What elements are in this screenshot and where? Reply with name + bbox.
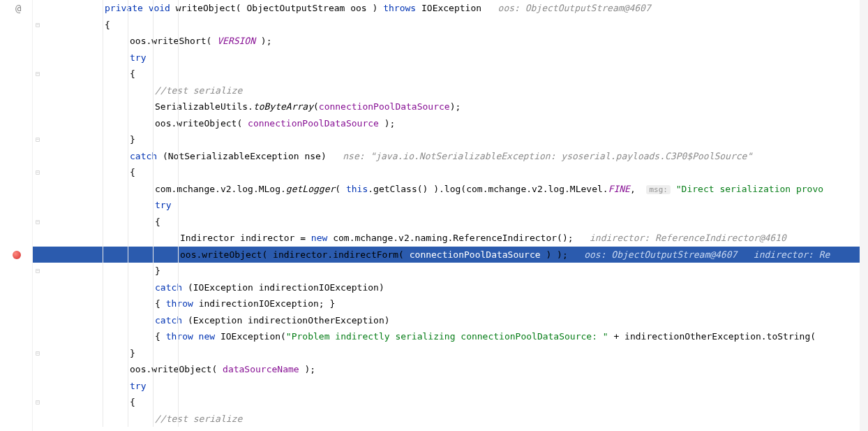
code-token: (IOException indirectionIOException) <box>188 282 384 293</box>
indent-guide <box>153 0 154 427</box>
code-token: "Problem indirectly serializing connecti… <box>286 331 608 342</box>
code-token: //test serialize <box>155 414 242 424</box>
code-line[interactable]: SerializableUtils.toByteArray(connection… <box>33 98 868 115</box>
gutter[interactable]: @ <box>0 0 33 431</box>
code-line[interactable]: oos.writeObject( dataSourceName ); <box>33 361 868 378</box>
code-line[interactable]: { throw new IOException("Problem indirec… <box>33 328 868 345</box>
code-token: indirector: ReferenceIndirector@4610 <box>590 233 786 243</box>
code-token: this <box>346 184 368 194</box>
code-token: Indirector indirector = <box>180 233 311 243</box>
code-line[interactable]: try <box>33 50 868 66</box>
code-token: oos: ObjectOutputStream@4607 indirector:… <box>584 249 830 260</box>
code-token: msg: <box>646 185 671 194</box>
indent-guide <box>178 0 179 427</box>
code-line[interactable]: } <box>33 131 868 148</box>
code-token: catch <box>130 151 163 161</box>
code-token: private <box>105 3 149 13</box>
code-line[interactable]: { <box>33 164 868 181</box>
vertical-scrollbar[interactable] <box>860 0 868 431</box>
code-token: ); <box>255 36 271 46</box>
code-token: IOException( <box>220 331 286 342</box>
fold-marker-icon[interactable]: ⊟ <box>34 398 41 406</box>
fold-marker-icon[interactable]: ⊟ <box>34 168 41 176</box>
code-line[interactable]: try <box>33 197 868 214</box>
code-token: getLogger <box>286 184 335 194</box>
code-token: try <box>130 52 146 63</box>
fold-marker-icon[interactable]: ⊟ <box>34 349 41 357</box>
code-token <box>671 184 676 194</box>
code-token: oos.writeObject( <box>155 118 248 129</box>
code-token: oos.writeShort( <box>130 36 217 46</box>
code-token: dataSourceName <box>223 364 299 374</box>
code-line[interactable]: try <box>33 378 868 395</box>
code-line[interactable]: { <box>33 394 868 411</box>
code-line[interactable]: { <box>33 66 868 82</box>
code-token: indirectionIOException; } <box>199 298 336 309</box>
code-token: nse: "java.io.NotSerializableException: … <box>343 151 752 161</box>
fold-marker-icon[interactable]: ⊟ <box>34 218 41 226</box>
code-line[interactable]: //test serialize <box>33 82 868 99</box>
code-token: com.mchange.v2.log.MLog. <box>155 184 286 194</box>
code-area[interactable]: private void writeObject( ObjectOutputSt… <box>33 0 868 431</box>
fold-marker-icon[interactable]: ⊟ <box>34 70 41 78</box>
code-token: { <box>155 217 160 227</box>
code-token: connectionPoolDataSource <box>319 101 450 112</box>
code-token: ); <box>299 364 315 374</box>
fold-marker-icon[interactable]: ⊟ <box>34 136 41 143</box>
code-token: IOException <box>421 3 498 13</box>
code-line[interactable]: { <box>33 214 868 231</box>
code-token: (NotSerializableException nse) <box>163 151 343 161</box>
code-token: , <box>630 184 646 194</box>
override-icon[interactable]: @ <box>15 3 25 13</box>
code-token: throw new <box>166 331 220 342</box>
code-token: throws <box>383 3 421 13</box>
code-line[interactable]: } <box>33 345 868 362</box>
code-token: VERSION <box>217 36 255 46</box>
code-token: new <box>311 233 333 243</box>
code-line[interactable]: { throw indirectionIOException; } <box>33 295 868 312</box>
code-line[interactable]: catch (NotSerializableException nse) nse… <box>33 148 868 165</box>
code-token: catch <box>155 315 188 326</box>
code-token: oos.writeObject( indirector.indirectForm… <box>180 249 410 260</box>
code-line[interactable]: oos.writeObject( connectionPoolDataSourc… <box>33 115 868 132</box>
code-token: toByteArray <box>253 101 313 112</box>
code-line[interactable]: oos.writeObject( indirector.indirectForm… <box>33 247 868 263</box>
code-line[interactable]: private void writeObject( ObjectOutputSt… <box>33 0 868 17</box>
code-line[interactable]: //test serialize <box>33 411 868 428</box>
code-token: ( <box>335 184 346 194</box>
code-token: { <box>155 331 166 342</box>
code-token: ); <box>379 118 395 129</box>
code-token: oos.writeObject( <box>130 364 223 374</box>
code-token: try <box>155 200 171 210</box>
code-line[interactable]: oos.writeShort( VERSION ); <box>33 33 868 50</box>
fold-marker-icon[interactable]: ⊟ <box>34 21 41 29</box>
code-token: //test serialize <box>155 85 242 96</box>
code-line[interactable]: Indirector indirector = new com.mchange.… <box>33 230 868 247</box>
code-line[interactable]: { <box>33 17 868 34</box>
code-token: { <box>155 298 166 309</box>
code-line[interactable]: } <box>33 263 868 279</box>
code-token: } <box>155 265 160 276</box>
code-token: try <box>130 381 146 391</box>
code-token: { <box>130 167 135 177</box>
code-token: + indirectionOtherException.toString( <box>608 331 816 342</box>
code-line[interactable]: catch (Exception indirectionOtherExcepti… <box>33 312 868 329</box>
code-token: throw <box>166 298 199 309</box>
breakpoint-icon[interactable] <box>13 251 21 259</box>
fold-marker-icon[interactable]: ⊟ <box>34 267 41 275</box>
code-token: writeObject <box>176 3 236 13</box>
code-token: oos: ObjectOutputStream@4607 <box>498 3 651 13</box>
code-token: { <box>105 20 110 30</box>
code-token: FINE <box>608 184 630 194</box>
code-editor[interactable]: @ private void writeObject( ObjectOutput… <box>0 0 868 431</box>
code-token: ( <box>313 101 319 112</box>
code-token: ( ObjectOutputStream oos ) <box>236 3 383 13</box>
code-token: catch <box>155 282 188 293</box>
code-token: ); <box>450 101 461 112</box>
code-line[interactable]: com.mchange.v2.log.MLog.getLogger( this.… <box>33 181 868 198</box>
code-token: (Exception indirectionOtherException) <box>188 315 390 326</box>
indent-guide <box>128 0 128 427</box>
code-token: com.mchange.v2.naming.ReferenceIndirecto… <box>333 233 590 243</box>
code-line[interactable]: catch (IOException indirectionIOExceptio… <box>33 279 868 296</box>
code-token: connectionPoolDataSource <box>410 249 541 260</box>
